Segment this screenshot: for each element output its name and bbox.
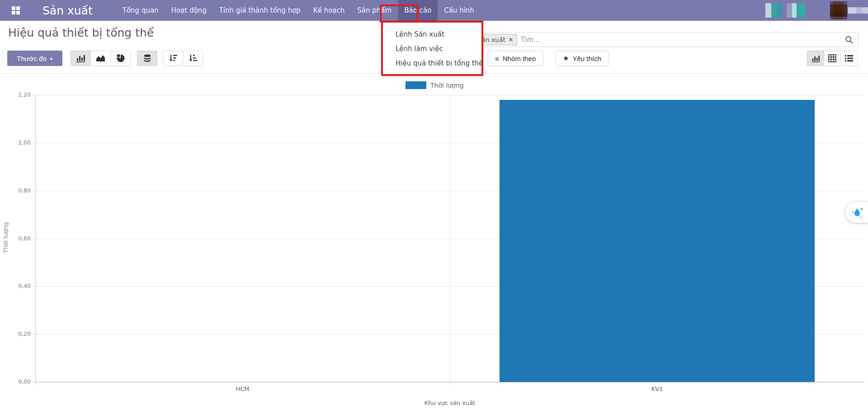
- y-tick-mark: [33, 239, 35, 239]
- sort-desc-button[interactable]: [163, 51, 183, 66]
- y-tick-mark: [33, 382, 35, 382]
- user-name-blurred[interactable]: [848, 7, 868, 14]
- favorites-button[interactable]: ★ Yêu thích: [555, 51, 609, 66]
- search-placeholder: Tìm...: [521, 36, 844, 44]
- y-tick-mark: [33, 334, 35, 334]
- x-tick-label: KV1: [612, 385, 703, 392]
- chart-type-group: [71, 51, 131, 66]
- menu-hoat-dong[interactable]: Hoạt động: [165, 0, 213, 21]
- caret-right-icon: ▸: [51, 56, 53, 61]
- reports-dropdown: Lệnh Sản xuất Lệnh làm việc Hiệu quả thi…: [381, 21, 483, 76]
- facet-remove-icon[interactable]: ✕: [509, 37, 513, 43]
- assist-float-button[interactable]: [845, 202, 868, 223]
- dropdown-lenh-san-xuat[interactable]: Lệnh Sản xuất: [383, 27, 481, 42]
- app-brand[interactable]: Sản xuất: [30, 0, 116, 21]
- graph-view-button[interactable]: [807, 51, 824, 66]
- apps-grid-icon: [12, 6, 20, 14]
- dropdown-lenh-lam-viec[interactable]: Lệnh làm việc: [383, 42, 481, 56]
- menu-tinh-gia-thanh[interactable]: Tính giá thành tổng hợp: [213, 0, 307, 21]
- app-window: Sản xuất Tổng quan Hoạt động Tính giá th…: [0, 0, 868, 409]
- sort-amount-asc-icon: [189, 54, 198, 62]
- systray: [765, 0, 868, 21]
- bars-icon: ≡: [495, 55, 499, 62]
- page-title: Hiệu quả thiết bị tổng thể: [8, 26, 154, 39]
- menu-bao-cao[interactable]: Báo cáo: [398, 0, 438, 21]
- bar-chart-icon: [76, 54, 85, 62]
- menu-cau-hinh[interactable]: Cấu hình: [438, 0, 481, 21]
- y-axis-title: Thời lượng: [2, 222, 9, 253]
- star-icon: ★: [563, 54, 569, 62]
- measures-button[interactable]: Thước đo ▸: [7, 51, 62, 66]
- top-navbar: Sản xuất Tổng quan Hoạt động Tính giá th…: [0, 0, 868, 21]
- sort-asc-button[interactable]: [183, 51, 203, 66]
- chart-legend[interactable]: Thời lượng: [406, 81, 463, 89]
- main-menu: Tổng quan Hoạt động Tính giá thành tổng …: [116, 0, 481, 21]
- pivot-view-button[interactable]: [824, 51, 841, 66]
- apps-menu-button[interactable]: [0, 0, 30, 21]
- y-tick-label: 1,00: [8, 139, 31, 146]
- menu-san-pham[interactable]: Sản phẩm: [351, 0, 398, 21]
- chart-bar[interactable]: [500, 100, 815, 382]
- search-input[interactable]: Sản xuất ✕ Tìm...: [471, 32, 859, 47]
- pivot-view-icon: [828, 54, 836, 62]
- x-axis-title: Khu vực sản xuất: [382, 400, 518, 406]
- y-tick-label: 0,80: [8, 187, 31, 194]
- x-tick-label: HCM: [198, 385, 288, 392]
- systray-blurred-badge-2[interactable]: [787, 3, 805, 18]
- view-switcher: [807, 51, 858, 66]
- y-tick-label: 0,60: [8, 235, 31, 242]
- pie-chart-icon: [117, 54, 125, 62]
- group-by-button[interactable]: ≡ Nhóm theo: [487, 51, 543, 66]
- y-axis-line: [35, 95, 36, 385]
- legend-swatch: [406, 81, 426, 89]
- graph-view-icon: [811, 55, 820, 62]
- systray-blurred-badge[interactable]: [765, 3, 783, 18]
- water-drop-icon: [851, 206, 864, 219]
- y-tick-mark: [33, 191, 35, 191]
- search-icon[interactable]: [844, 35, 854, 44]
- area-chart-icon: [96, 55, 105, 62]
- pie-chart-button[interactable]: [110, 51, 131, 66]
- chart-gridline-vertical: [450, 95, 450, 385]
- y-tick-mark: [33, 286, 35, 287]
- y-tick-label: 0,00: [8, 378, 31, 385]
- chart-area: Thời lượng 0,000,200,400,600,801,001,20H…: [0, 74, 868, 409]
- menu-tong-quan[interactable]: Tổng quan: [116, 0, 165, 21]
- stacked-toggle-group: [137, 51, 157, 66]
- y-tick-label: 1,20: [8, 91, 31, 98]
- bar-chart-button[interactable]: [71, 51, 91, 66]
- y-tick-mark: [33, 95, 35, 95]
- legend-label: Thời lượng: [430, 82, 463, 89]
- area-chart-button[interactable]: [90, 51, 111, 66]
- user-avatar[interactable]: [830, 1, 847, 19]
- y-tick-label: 0,20: [8, 330, 31, 337]
- stacked-button[interactable]: [137, 51, 157, 66]
- y-tick-mark: [33, 143, 35, 143]
- sort-group: [163, 51, 203, 66]
- database-icon: [143, 54, 151, 63]
- list-view-button[interactable]: [840, 51, 858, 66]
- list-view-icon: [845, 55, 853, 62]
- sort-amount-desc-icon: [169, 54, 178, 62]
- y-tick-label: 0,40: [8, 282, 31, 289]
- menu-ke-hoach[interactable]: Kế hoạch: [307, 0, 351, 21]
- dropdown-oee[interactable]: Hiệu quả thiết bị tổng thể: [383, 56, 481, 71]
